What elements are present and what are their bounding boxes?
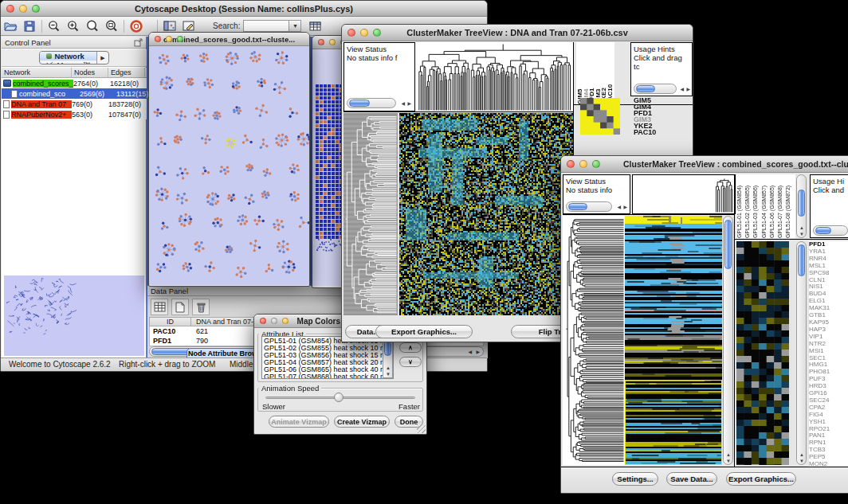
search-dropdown-button[interactable]: ▼ — [289, 20, 301, 32]
minimize-icon[interactable] — [271, 318, 277, 324]
animation-speed-slider-thumb[interactable] — [334, 393, 344, 402]
minimize-icon[interactable] — [579, 160, 587, 168]
usage-hints-hscrollbar[interactable] — [634, 84, 677, 94]
network-table-row[interactable]: combined_scores_ 2764(0) 16218(0) — [2, 78, 147, 88]
network-table-column-header[interactable]: Edges — [108, 68, 145, 77]
main-titlebar[interactable]: Cytoscape Desktop (Session Name: collins… — [1, 1, 487, 17]
gene-list-vscrollbar[interactable]: ▲ ▼ — [796, 241, 807, 465]
save-data-button[interactable]: Save Data... — [666, 472, 717, 486]
treeview-combined-titlebar[interactable]: ClusterMaker TreeView : combined_scores_… — [561, 156, 848, 173]
move-down-button[interactable]: ∨ — [399, 357, 422, 367]
zoom-heatmap-view[interactable] — [736, 241, 789, 465]
minimize-icon[interactable] — [329, 39, 336, 45]
delete-attribute-button[interactable] — [192, 299, 210, 315]
scroll-left-icon[interactable]: ◀ — [401, 101, 405, 106]
minimize-icon[interactable] — [166, 36, 172, 42]
network-table-column-header[interactable]: Network — [2, 68, 72, 77]
row-dendrogram[interactable] — [563, 216, 625, 465]
network-overview-thumbnail[interactable] — [4, 275, 144, 356]
scroll-up-icon[interactable]: ▲ — [386, 365, 391, 370]
float-panel-icon[interactable] — [134, 38, 143, 47]
minimize-icon[interactable] — [19, 5, 27, 13]
column-labels-vscrollbar[interactable]: ▲ ▼ — [796, 174, 807, 238]
scrollbar-thumb[interactable] — [724, 220, 732, 269]
scroll-up-icon[interactable]: ▲ — [799, 225, 804, 230]
attribute-list-item[interactable]: GPL51-07 (GSM868) heat shock 60 min — [264, 373, 391, 379]
scroll-up-icon[interactable]: ▲ — [726, 452, 731, 457]
column-dendrogram[interactable] — [415, 42, 573, 112]
zoom-fit-button[interactable] — [102, 18, 121, 34]
id-column-header[interactable]: ID — [150, 318, 191, 326]
heatmap-vscrollbar[interactable]: ▲ ▼ — [723, 216, 733, 465]
zoom-window-icon[interactable] — [592, 160, 600, 168]
attribute-list-scrollbar[interactable]: ▲ ▼ — [383, 337, 393, 378]
scrollbar-thumb[interactable] — [636, 85, 655, 92]
view-status-hscrollbar[interactable] — [347, 98, 396, 108]
create-vizmap-button[interactable]: Create Vizmap — [334, 416, 390, 428]
scroll-up-icon[interactable]: ▲ — [799, 452, 804, 457]
network1-titlebar[interactable]: combined_scores_good.txt--cluste... — [149, 33, 309, 46]
zoom-window-icon[interactable] — [32, 5, 40, 13]
zoom-window-icon[interactable] — [177, 36, 183, 42]
resize-grip[interactable] — [417, 424, 426, 433]
treeview-dna-column-labels[interactable]: GIM5GIM4PFD1GIM3YKE2PAC10 — [576, 42, 614, 104]
scroll-right-icon[interactable]: ▶ — [476, 350, 480, 354]
global-mini-heatmap[interactable] — [580, 98, 620, 135]
help-button[interactable] — [127, 18, 146, 34]
close-icon[interactable] — [318, 39, 324, 45]
scroll-left-icon[interactable]: ◀ — [468, 350, 472, 354]
zoom-window-icon[interactable] — [373, 29, 381, 37]
animate-vizmap-button[interactable]: Animate Vizmap — [269, 416, 329, 428]
zoom-window-icon[interactable] — [282, 318, 289, 324]
zoom-in-button[interactable] — [64, 18, 83, 34]
close-icon[interactable] — [260, 318, 266, 324]
heatmap-view[interactable] — [399, 113, 573, 315]
network-table-column-header[interactable]: Nodes — [72, 68, 108, 77]
scroll-right-icon[interactable]: ▶ — [407, 101, 411, 106]
control-panel-tab[interactable]: VizMapper™ — [40, 61, 97, 64]
scrollbar-thumb[interactable] — [798, 189, 805, 217]
scroll-left-icon[interactable]: ◀ — [617, 205, 621, 209]
scroll-left-icon[interactable]: ◀ — [680, 87, 684, 92]
network1-view[interactable] — [149, 46, 309, 285]
row-dendrogram[interactable] — [344, 113, 398, 315]
network-table-row[interactable]: DNA and Tran 07 769(0) 183728(0) — [2, 99, 147, 109]
view-status-hscrollbar[interactable] — [566, 201, 612, 212]
zoom-selected-button[interactable] — [83, 18, 102, 34]
treeview-combined-gene-labels[interactable]: PFD1YRA1RNR4MSL1SPC98CLN1NIS1BUD4ELG1MAK… — [809, 241, 848, 467]
control-panel-tab[interactable]: Network — [40, 52, 97, 61]
scrollbar-thumb[interactable] — [815, 227, 831, 234]
scroll-down-icon[interactable]: ▼ — [799, 232, 804, 236]
scrollbar-thumb[interactable] — [568, 203, 587, 210]
close-icon[interactable] — [6, 5, 14, 13]
scroll-down-icon[interactable]: ▼ — [799, 459, 804, 463]
treeview-combined-column-labels[interactable]: GPL51-01 (GSM854)GPL51-02 (GSM855)GPL51-… — [736, 174, 795, 238]
export-graphics-button[interactable]: Export Graphics... — [375, 325, 473, 338]
scrollbar-thumb[interactable] — [384, 340, 391, 356]
zoom-out-button[interactable] — [45, 18, 64, 34]
export-graphics-button[interactable]: Export Graphics... — [726, 472, 796, 486]
search-input[interactable] — [243, 20, 289, 32]
treeview-dna-gene-labels[interactable]: GIM5GIM4PFD1GIM3YKE2PAC10 — [634, 97, 656, 135]
scroll-down-icon[interactable]: ▼ — [726, 459, 731, 463]
save-session-button[interactable] — [20, 18, 39, 34]
attribute-browser-button[interactable] — [306, 18, 325, 34]
close-icon[interactable] — [347, 29, 355, 37]
treeview-dna-titlebar[interactable]: ClusterMaker TreeView : DNA and Tran 07-… — [342, 25, 693, 41]
settings-button[interactable]: Settings... — [612, 472, 658, 486]
open-session-button[interactable] — [1, 18, 20, 34]
heatmap-view[interactable] — [625, 216, 722, 465]
scroll-right-icon[interactable]: ▶ — [686, 87, 690, 92]
tab-overflow-button[interactable]: ▶ — [97, 52, 108, 64]
scroll-down-icon[interactable]: ▼ — [386, 372, 391, 377]
usage-hints-hscrollbar[interactable] — [813, 225, 848, 236]
network-table-row[interactable]: RNAPuberNov2+ 563(0) 107847(0) — [2, 109, 147, 119]
column-dendrogram[interactable] — [632, 174, 736, 214]
close-icon[interactable] — [567, 160, 575, 168]
select-attributes-button[interactable] — [151, 299, 168, 315]
new-attribute-button[interactable] — [171, 299, 189, 315]
minimize-icon[interactable] — [360, 29, 368, 37]
scroll-right-icon[interactable]: ▶ — [623, 205, 627, 209]
close-icon[interactable] — [155, 36, 161, 42]
move-up-button[interactable]: ∧ — [399, 342, 422, 353]
